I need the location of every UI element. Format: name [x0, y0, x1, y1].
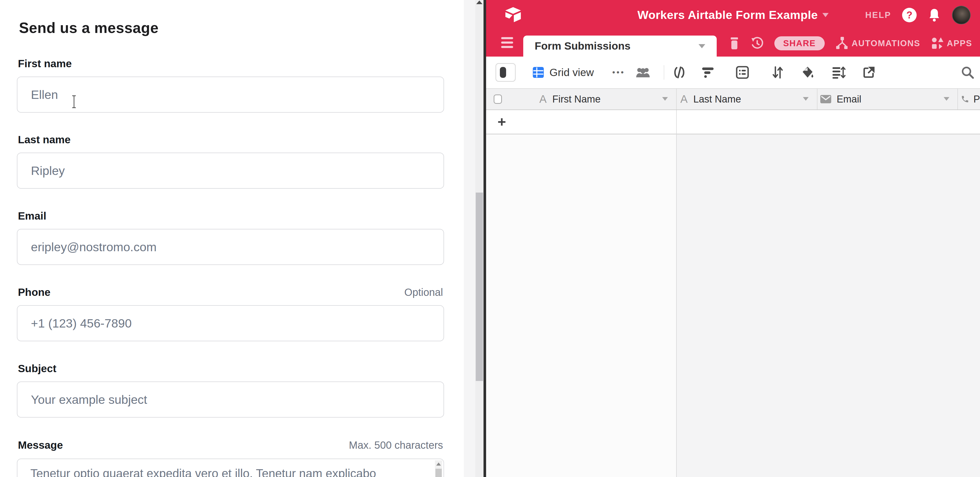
column-header-phone[interactable]: P	[961, 89, 980, 109]
email-label: Email	[18, 210, 46, 222]
message-maxchars-note: Max. 500 characters	[349, 439, 443, 451]
filter-button[interactable]	[702, 57, 714, 88]
airtable-tab-row: Form Submissions SHARE	[486, 30, 980, 57]
trash-icon[interactable]	[729, 37, 740, 50]
scroll-up-arrow-icon[interactable]	[436, 463, 441, 466]
automations-button[interactable]: AUTOMATIONS	[835, 36, 921, 50]
message-scrollbar-thumb[interactable]	[436, 469, 442, 477]
share-button[interactable]: SHARE	[774, 36, 825, 50]
text-field-type-icon: A	[539, 93, 547, 105]
subject-group: Subject	[17, 363, 444, 418]
history-icon[interactable]	[751, 36, 764, 50]
color-icon	[801, 66, 815, 79]
subject-label: Subject	[18, 363, 56, 375]
sort-button[interactable]	[772, 57, 784, 88]
share-view-button[interactable]	[862, 57, 875, 88]
grid-view-icon	[532, 67, 544, 78]
add-record-plus-icon[interactable]: +	[498, 113, 506, 130]
first-name-label: First name	[18, 58, 72, 70]
sort-icon	[772, 66, 784, 79]
color-button[interactable]	[801, 57, 815, 88]
first-name-input[interactable]	[17, 76, 444, 113]
hide-fields-icon	[673, 66, 686, 79]
group-icon	[736, 66, 749, 79]
apps-button[interactable]: APPS	[931, 36, 972, 50]
page-scrollbar-thumb[interactable]	[476, 193, 483, 381]
hide-fields-button[interactable]	[673, 57, 686, 88]
text-field-type-icon: A	[680, 93, 687, 105]
column-divider[interactable]	[958, 89, 958, 109]
airtable-pane: Workers Airtable Form Example HELP ? For…	[486, 0, 980, 477]
collaborators-icon	[636, 67, 650, 78]
column-name: Email	[837, 93, 861, 105]
grid-view-label: Grid view	[549, 67, 594, 79]
user-avatar[interactable]	[952, 6, 970, 24]
phone-group: Phone Optional	[17, 286, 444, 341]
column-caret-icon[interactable]	[943, 97, 949, 101]
automations-label: AUTOMATIONS	[852, 38, 921, 48]
email-group: Email	[17, 210, 444, 265]
column-header-first-name[interactable]: A First Name	[539, 89, 676, 109]
email-input[interactable]	[17, 229, 444, 265]
help-menu[interactable]: HELP	[865, 10, 891, 20]
toolbar-divider	[664, 65, 664, 80]
phone-optional-note: Optional	[404, 287, 443, 298]
form-heading: Send us a message	[19, 19, 159, 36]
share-view-icon	[862, 66, 875, 79]
message-scrollbar[interactable]	[435, 460, 442, 477]
first-name-group: First name	[17, 58, 444, 113]
message-group: Message Max. 500 characters Tenetur opti…	[17, 439, 444, 477]
add-record-row[interactable]: +	[486, 110, 980, 135]
table-tab-caret-icon[interactable]	[698, 44, 705, 48]
column-header-last-name[interactable]: A Last Name	[680, 89, 800, 109]
last-name-label: Last name	[18, 134, 71, 146]
last-name-input[interactable]	[17, 152, 444, 189]
window-split-divider[interactable]	[484, 0, 486, 477]
base-title[interactable]: Workers Airtable Form Example	[638, 8, 818, 22]
table-tab-form-submissions[interactable]: Form Submissions	[523, 36, 717, 57]
column-name: Last Name	[693, 93, 741, 105]
column-divider[interactable]	[817, 89, 818, 109]
view-more-button[interactable]: •••	[612, 57, 625, 88]
subject-input[interactable]	[17, 382, 444, 418]
search-icon	[961, 66, 974, 79]
phone-field-type-icon	[961, 93, 969, 105]
last-name-group: Last name	[17, 134, 444, 189]
view-sidebar-toggle-button[interactable]	[495, 63, 516, 82]
message-text: Tenetur optio quaerat expedita vero et i…	[30, 466, 376, 477]
table-tab-label: Form Submissions	[535, 40, 630, 52]
column-name: First Name	[552, 93, 601, 105]
column-divider[interactable]	[676, 89, 677, 109]
grid-header-row: A First Name A Last Name Email P	[486, 88, 980, 110]
contact-form-pane: Send us a message First name Last name E…	[0, 0, 464, 477]
grid-view-button[interactable]: Grid view	[532, 57, 594, 88]
grid-body	[486, 135, 980, 477]
filter-icon	[702, 67, 714, 78]
phone-input[interactable]	[17, 305, 444, 341]
row-height-button[interactable]	[832, 57, 845, 88]
group-button[interactable]	[736, 57, 749, 88]
search-button[interactable]	[961, 57, 974, 88]
message-label: Message	[18, 439, 63, 451]
collaborators-button[interactable]	[636, 57, 650, 88]
help-question-icon[interactable]: ?	[902, 8, 916, 22]
apps-label: APPS	[947, 38, 972, 48]
row-height-icon	[832, 66, 845, 79]
airtable-topbar: Workers Airtable Form Example HELP ?	[486, 0, 980, 30]
column-caret-icon[interactable]	[803, 97, 809, 101]
text-cursor-icon	[71, 95, 77, 108]
message-textarea[interactable]: Tenetur optio quaerat expedita vero et i…	[17, 459, 444, 477]
share-button-label: SHARE	[783, 38, 816, 48]
select-all-checkbox[interactable]	[494, 95, 502, 104]
column-divider	[676, 110, 677, 135]
form-pane-gutter	[464, 0, 475, 477]
page-scrollbar[interactable]	[475, 0, 484, 477]
sidebar-menu-icon[interactable]	[501, 37, 513, 48]
base-title-caret-icon[interactable]	[822, 13, 829, 17]
column-header-email[interactable]: Email	[820, 89, 940, 109]
automations-icon	[835, 36, 849, 50]
column-caret-icon[interactable]	[662, 97, 668, 101]
phone-label: Phone	[18, 286, 50, 298]
scrollbar-up-arrow-icon[interactable]	[476, 0, 482, 4]
notifications-bell-icon[interactable]	[928, 8, 941, 22]
